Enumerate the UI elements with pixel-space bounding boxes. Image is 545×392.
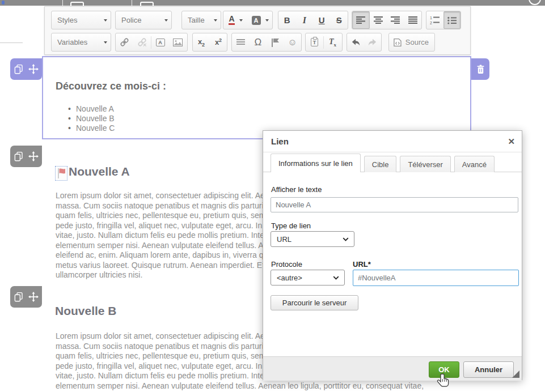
align-center-button[interactable] bbox=[370, 11, 387, 29]
list-group: 1 2 bbox=[426, 11, 461, 29]
numbered-list-button[interactable]: 1 2 bbox=[426, 11, 443, 29]
link-type-select[interactable]: URL bbox=[271, 231, 354, 247]
browse-server-button[interactable]: Parcourir le serveur bbox=[271, 295, 358, 310]
dialog-tab[interactable]: Téléverser bbox=[400, 156, 450, 172]
dialog-tab[interactable]: Cible bbox=[364, 156, 397, 172]
list-item[interactable]: Nouvelle B bbox=[66, 114, 115, 123]
variables-combo[interactable]: Variables bbox=[51, 33, 111, 52]
editor-toolbar: Styles Police Taille A A B I U S bbox=[44, 6, 471, 55]
list-item[interactable]: Nouvelle A bbox=[66, 104, 115, 114]
dialog-footer: OK Annuler bbox=[263, 356, 522, 381]
section-a-heading[interactable]: Nouvelle A bbox=[69, 165, 130, 178]
redo-button[interactable] bbox=[364, 33, 381, 51]
flag-icon bbox=[271, 38, 280, 47]
section-b-heading[interactable]: Nouvelle B bbox=[55, 304, 117, 318]
styles-combo-label: Styles bbox=[57, 16, 77, 24]
styles-combo[interactable]: Styles bbox=[51, 11, 111, 29]
font-combo[interactable]: Police bbox=[115, 11, 172, 29]
ok-button[interactable]: OK bbox=[429, 361, 459, 378]
anchor-button[interactable]: A bbox=[151, 33, 169, 51]
topbar-divider bbox=[132, 0, 132, 6]
protocol-select[interactable]: <autre> bbox=[271, 270, 345, 286]
subsup-group: x2 x2 bbox=[192, 33, 227, 52]
chevron-down-icon bbox=[265, 19, 269, 22]
chevron-down-icon bbox=[104, 41, 107, 44]
close-icon[interactable]: ✕ bbox=[508, 137, 515, 147]
special-char-button[interactable]: Ω bbox=[250, 33, 267, 51]
strikethrough-icon: S bbox=[336, 15, 342, 25]
source-button[interactable]: Source bbox=[388, 33, 435, 52]
background-color-button[interactable]: A bbox=[248, 11, 272, 29]
horizontal-rule-button[interactable] bbox=[232, 33, 250, 51]
bullet-list-button[interactable] bbox=[443, 11, 460, 29]
align-justify-button[interactable] bbox=[404, 11, 421, 29]
flag-button[interactable] bbox=[267, 33, 284, 51]
subscript-button[interactable]: x2 bbox=[193, 33, 210, 51]
text-color-button[interactable]: A bbox=[223, 11, 248, 29]
color-button-group: A A bbox=[223, 11, 273, 29]
background-color-icon: A bbox=[252, 16, 261, 25]
copy-icon[interactable] bbox=[14, 292, 23, 302]
horizontal-rule-icon bbox=[236, 39, 245, 45]
superscript-button[interactable]: x2 bbox=[210, 33, 227, 51]
display-text-input[interactable] bbox=[271, 197, 518, 212]
image-button[interactable] bbox=[169, 33, 187, 51]
underline-icon: U bbox=[319, 15, 325, 25]
dialog-tabs: Informations sur le lienCibleTéléverserA… bbox=[271, 154, 522, 172]
omega-icon: Ω bbox=[254, 37, 261, 48]
align-left-icon bbox=[356, 16, 365, 24]
superscript-icon: x2 bbox=[215, 37, 222, 46]
dialog-tab[interactable]: Avancé bbox=[454, 156, 495, 172]
topbar-divider bbox=[62, 0, 63, 6]
topbar-tool-icon[interactable] bbox=[140, 2, 154, 6]
paste-as-text-button[interactable]: T bbox=[306, 33, 323, 51]
chevron-down-icon bbox=[214, 19, 217, 22]
resize-grip[interactable] bbox=[512, 370, 519, 378]
url-input[interactable] bbox=[353, 270, 519, 286]
topbar-user-icon[interactable] bbox=[529, 0, 541, 5]
bold-button[interactable]: B bbox=[278, 11, 296, 29]
move-icon[interactable] bbox=[28, 151, 39, 161]
block-actions-tab bbox=[10, 58, 42, 80]
size-combo[interactable]: Taille bbox=[181, 11, 221, 29]
protocol-value: <autre> bbox=[277, 274, 302, 282]
dialog-tab[interactable]: Informations sur le lien bbox=[271, 154, 361, 172]
cancel-button[interactable]: Annuler bbox=[463, 361, 514, 378]
copy-icon[interactable] bbox=[14, 64, 23, 74]
topbar-tool-icon[interactable] bbox=[70, 2, 84, 6]
intro-bullet-list[interactable]: Nouvelle ANouvelle BNouvelle C bbox=[66, 104, 115, 133]
list-item[interactable]: Nouvelle C bbox=[66, 123, 115, 133]
unlink-button[interactable] bbox=[133, 33, 151, 51]
align-right-button[interactable] bbox=[387, 11, 404, 29]
chevron-down-icon bbox=[239, 19, 243, 22]
chevron-down-icon bbox=[333, 276, 339, 280]
paste-group: T Tx bbox=[305, 33, 343, 52]
variables-combo-label: Variables bbox=[57, 38, 87, 46]
protocol-label: Protocole bbox=[271, 260, 302, 269]
size-combo-label: Taille bbox=[188, 16, 205, 24]
copy-icon[interactable] bbox=[14, 151, 23, 161]
dialog-titlebar[interactable]: Lien bbox=[263, 131, 522, 152]
move-icon[interactable] bbox=[28, 292, 39, 302]
intro-heading[interactable]: Découvrez ce mois-ci : bbox=[56, 80, 166, 92]
basic-styles-group: B I U S bbox=[278, 11, 348, 29]
link-button[interactable] bbox=[116, 33, 133, 51]
font-combo-label: Police bbox=[121, 16, 141, 24]
remove-format-button[interactable]: Tx bbox=[324, 33, 341, 51]
trash-icon bbox=[476, 65, 485, 74]
align-justify-icon bbox=[408, 16, 417, 24]
anchor-flag-icon bbox=[57, 168, 66, 179]
dialog-title: Lien bbox=[271, 137, 289, 146]
underline-button[interactable]: U bbox=[313, 11, 331, 29]
undo-button[interactable] bbox=[347, 33, 364, 51]
link-type-value: URL bbox=[277, 235, 291, 244]
chevron-down-icon bbox=[164, 19, 168, 22]
italic-button[interactable]: I bbox=[296, 11, 314, 29]
align-left-button[interactable] bbox=[352, 11, 370, 29]
smiley-button[interactable]: ☺ bbox=[284, 33, 302, 51]
strikethrough-button[interactable]: S bbox=[331, 11, 348, 29]
anchor-marker[interactable] bbox=[55, 166, 67, 181]
move-icon[interactable] bbox=[28, 64, 39, 74]
delete-block-button[interactable] bbox=[471, 58, 489, 80]
undo-icon bbox=[350, 38, 361, 47]
